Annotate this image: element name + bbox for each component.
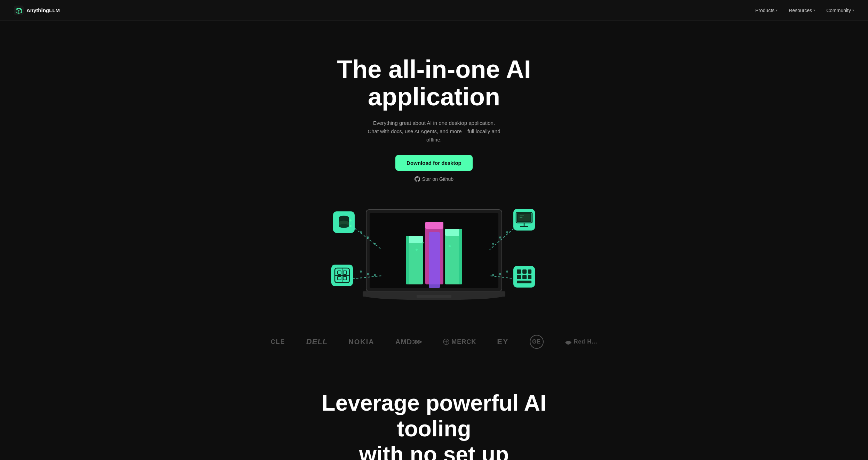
github-link[interactable]: Star on Github — [415, 176, 453, 182]
brand-redhat: Red H... — [565, 339, 598, 345]
svg-rect-13 — [425, 222, 443, 229]
chevron-down-icon: ▾ — [813, 8, 815, 12]
svg-point-39 — [339, 224, 349, 228]
svg-rect-55 — [518, 214, 530, 221]
brands-section: CLE DELL NOKIA AMD⋙ MERCK EY GE Red H... — [0, 321, 868, 370]
svg-point-16 — [423, 242, 424, 243]
svg-point-28 — [506, 231, 508, 233]
svg-rect-64 — [528, 275, 531, 279]
brand-oracle: CLE — [271, 338, 285, 346]
svg-point-22 — [360, 231, 362, 233]
svg-point-29 — [499, 236, 501, 239]
hero-title: The all-in-one AI application — [337, 56, 531, 111]
svg-rect-8 — [406, 236, 409, 284]
svg-rect-60 — [522, 269, 527, 274]
svg-point-40 — [349, 219, 352, 221]
svg-rect-63 — [522, 275, 527, 279]
brand-amd: AMD⋙ — [395, 338, 423, 346]
svg-point-27 — [374, 274, 376, 276]
logo-icon — [14, 6, 24, 15]
brand-dell: DELL — [306, 337, 328, 346]
nav-resources[interactable]: Resources ▾ — [789, 8, 815, 13]
chevron-down-icon: ▾ — [776, 8, 778, 12]
svg-point-25 — [360, 271, 362, 273]
svg-rect-62 — [517, 275, 521, 279]
nav-links: Products ▾ Resources ▾ Community ▾ — [755, 8, 854, 13]
nav-community[interactable]: Community ▾ — [826, 8, 854, 13]
svg-point-31 — [506, 271, 508, 273]
svg-rect-14 — [429, 232, 440, 288]
svg-point-30 — [492, 243, 494, 245]
brand-ey: EY — [497, 337, 508, 346]
svg-point-23 — [367, 236, 369, 239]
brand-ge: GE — [530, 335, 544, 349]
leverage-section: Leverage powerful AI tooling with no set… — [0, 370, 868, 460]
svg-point-15 — [416, 249, 418, 251]
svg-rect-11 — [459, 229, 462, 284]
hero-illustration — [312, 196, 556, 307]
navbar: AnythingLLM Products ▾ Resources ▾ Commu… — [0, 0, 868, 21]
hero-subtitle: Everything great about AI in one desktop… — [364, 119, 504, 144]
svg-point-24 — [374, 243, 376, 245]
logo[interactable]: AnythingLLM — [14, 6, 60, 15]
brand-nokia: NOKIA — [348, 338, 374, 346]
chevron-down-icon: ▾ — [852, 8, 854, 12]
svg-point-33 — [492, 274, 494, 276]
nav-products[interactable]: Products ▾ — [755, 8, 778, 13]
github-icon — [415, 176, 420, 182]
brand-merck: MERCK — [443, 338, 476, 346]
download-button[interactable]: Download for desktop — [395, 155, 473, 171]
svg-rect-59 — [517, 269, 521, 274]
svg-rect-61 — [528, 269, 531, 274]
svg-point-26 — [367, 273, 369, 275]
hero-cta: Download for desktop Star on Github — [395, 155, 473, 182]
logo-text: AnythingLLM — [26, 7, 60, 13]
svg-point-32 — [499, 273, 501, 275]
svg-point-17 — [449, 245, 451, 247]
brands-track: CLE DELL NOKIA AMD⋙ MERCK EY GE Red H... — [0, 335, 868, 349]
illustration-svg — [312, 196, 556, 307]
hero-section: The all-in-one AI application Everything… — [0, 21, 868, 321]
svg-point-41 — [349, 225, 352, 227]
svg-rect-65 — [517, 281, 531, 283]
svg-rect-5 — [417, 295, 451, 298]
leverage-title: Leverage powerful AI tooling with no set… — [312, 390, 556, 460]
